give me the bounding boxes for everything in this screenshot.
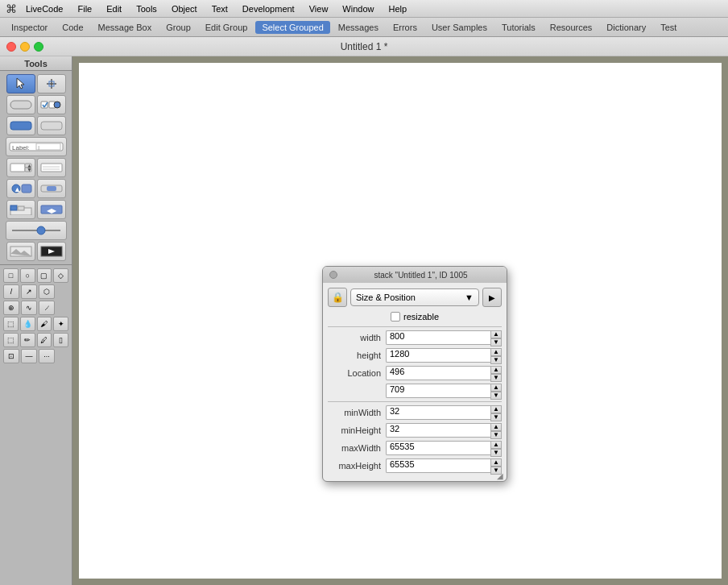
maximize-button[interactable]: [34, 42, 43, 52]
height-down[interactable]: ▼: [490, 356, 502, 364]
inspector-play-btn[interactable]: ▶: [482, 288, 502, 307]
tool-diamond[interactable]: ◇: [53, 268, 68, 283]
menu-file[interactable]: File: [71, 2, 98, 15]
toolbar-inspector[interactable]: Inspector: [5, 21, 54, 34]
tool-zoom[interactable]: ⊕: [3, 301, 19, 315]
resizable-checkbox[interactable]: [391, 312, 400, 322]
tool-stack-nav[interactable]: ◀▶: [37, 200, 66, 219]
width-up[interactable]: ▲: [490, 330, 502, 338]
tool-arrow[interactable]: ↗: [21, 284, 37, 299]
tool-eyedrop[interactable]: 💧: [20, 317, 35, 331]
tool-select[interactable]: [6, 74, 35, 93]
height-stepper[interactable]: ▲ ▼: [490, 348, 502, 363]
tool-pencil[interactable]: ✏: [20, 333, 35, 347]
height-input[interactable]: 1280: [386, 348, 490, 363]
tool-crop[interactable]: ⬚: [3, 317, 19, 331]
menu-text[interactable]: Text: [205, 2, 234, 15]
location-x-up[interactable]: ▲: [490, 366, 502, 374]
minimize-button[interactable]: [20, 42, 30, 52]
toolbar-user-samples[interactable]: User Samples: [425, 21, 494, 34]
menu-edit[interactable]: Edit: [100, 2, 128, 15]
tool-tab[interactable]: [6, 200, 35, 219]
tool-crosshair[interactable]: [37, 74, 66, 93]
location-x-down[interactable]: ▼: [490, 374, 502, 382]
tool-checkbox[interactable]: [37, 95, 66, 114]
height-up[interactable]: ▲: [490, 348, 502, 356]
close-button[interactable]: [6, 42, 16, 52]
location-x-input[interactable]: 496: [386, 366, 490, 380]
minheight-up[interactable]: ▲: [490, 423, 502, 431]
tool-button-gray[interactable]: [37, 116, 66, 135]
location-y-up[interactable]: ▲: [490, 384, 502, 392]
resize-handle[interactable]: ◢: [497, 471, 505, 479]
location-x-stepper[interactable]: ▲ ▼: [490, 366, 502, 380]
tool-brush[interactable]: ⊡: [3, 349, 19, 363]
minheight-input[interactable]: 32: [386, 423, 490, 438]
tool-dotted[interactable]: ···: [39, 349, 55, 363]
minwidth-up[interactable]: ▲: [490, 405, 502, 413]
tool-button-blue[interactable]: [6, 116, 35, 135]
toolbar-code[interactable]: Code: [56, 21, 89, 34]
tool-select2[interactable]: ⬚: [3, 333, 19, 347]
menu-livecode[interactable]: LiveCode: [19, 2, 69, 15]
toolbar-edit-group[interactable]: Edit Group: [199, 21, 254, 34]
menu-help[interactable]: Help: [382, 2, 413, 15]
tool-list[interactable]: [37, 158, 66, 177]
maxwidth-up[interactable]: ▲: [490, 441, 502, 449]
tool-line[interactable]: /: [3, 284, 19, 299]
tool-scrollbar[interactable]: [37, 179, 66, 198]
location-y-down[interactable]: ▼: [490, 392, 502, 400]
inspector-close-btn[interactable]: [329, 271, 337, 279]
tool-spinner[interactable]: ▲ ▼: [6, 158, 35, 177]
menu-object[interactable]: Object: [165, 2, 204, 15]
tool-paint[interactable]: 🖌: [37, 317, 52, 331]
inspector-category-dropdown[interactable]: Size & Position ▼: [350, 288, 479, 306]
toolbar-select-grouped[interactable]: Select Grouped: [255, 21, 329, 34]
toolbar-message-box[interactable]: Message Box: [92, 21, 159, 34]
toolbar-messages[interactable]: Messages: [332, 21, 385, 34]
toolbar-dictionary[interactable]: Dictionary: [600, 21, 652, 34]
menu-tools[interactable]: Tools: [130, 2, 163, 15]
maxheight-up[interactable]: ▲: [490, 458, 502, 467]
tool-text-field[interactable]: Label:I: [6, 137, 67, 156]
menu-development[interactable]: Development: [236, 2, 301, 15]
tool-round-rect[interactable]: ▢: [37, 268, 52, 283]
tool-player[interactable]: [37, 242, 66, 261]
maxwidth-down[interactable]: ▼: [490, 449, 502, 457]
toolbar-tutorials[interactable]: Tutorials: [495, 21, 542, 34]
inspector-lock-btn[interactable]: 🔒: [328, 288, 347, 307]
toolbar-test[interactable]: Test: [654, 21, 683, 34]
toolbar-resources[interactable]: Resources: [544, 21, 599, 34]
width-stepper[interactable]: ▲ ▼: [490, 330, 502, 345]
tool-poly[interactable]: ⬡: [39, 284, 55, 299]
tool-gradient[interactable]: —: [21, 349, 37, 363]
tool-spray[interactable]: ✦: [53, 317, 68, 331]
maxwidth-input[interactable]: 65535: [386, 441, 490, 455]
minwidth-down[interactable]: ▼: [490, 413, 502, 421]
minheight-down[interactable]: ▼: [490, 431, 502, 439]
toolbar-group[interactable]: Group: [159, 21, 197, 34]
tool-rounded-rect[interactable]: [6, 95, 35, 114]
location-y-input[interactable]: 709: [386, 384, 490, 398]
tool-slider[interactable]: [6, 221, 67, 240]
minwidth-input[interactable]: 32: [386, 405, 490, 420]
tool-image[interactable]: [6, 242, 35, 261]
menu-window[interactable]: Window: [336, 2, 380, 15]
tool-rect[interactable]: □: [3, 268, 19, 283]
minwidth-stepper[interactable]: ▲ ▼: [490, 405, 502, 420]
minheight-stepper[interactable]: ▲ ▼: [490, 423, 502, 438]
apple-menu[interactable]: ⌘: [3, 2, 19, 15]
menu-view[interactable]: View: [303, 2, 335, 15]
tool-eraser[interactable]: ▯: [53, 333, 68, 347]
tool-slice[interactable]: ⟋: [39, 301, 55, 315]
tool-circle[interactable]: ○: [20, 268, 35, 283]
width-input[interactable]: 800: [386, 330, 490, 345]
location-y-stepper[interactable]: ▲ ▼: [490, 384, 502, 398]
toolbar-errors[interactable]: Errors: [387, 21, 424, 34]
tool-pen[interactable]: 🖊: [37, 333, 52, 347]
width-down[interactable]: ▼: [490, 338, 502, 346]
maxwidth-stepper[interactable]: ▲ ▼: [490, 441, 502, 455]
tool-up-down[interactable]: ▲: [6, 179, 35, 198]
tool-lasso[interactable]: ∿: [21, 301, 37, 315]
maxheight-input[interactable]: 65535: [386, 458, 490, 473]
